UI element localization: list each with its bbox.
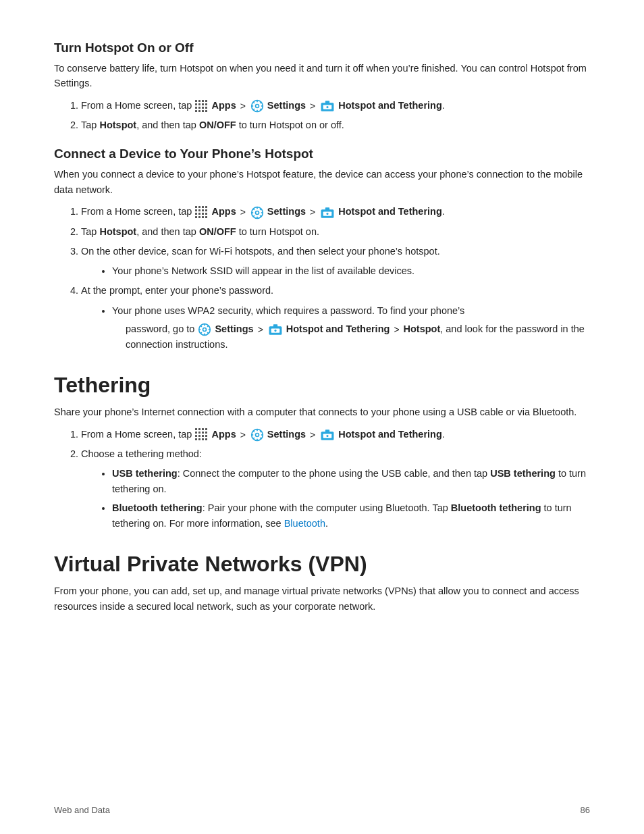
footer-right-text: 86 (581, 805, 590, 815)
connect-step1-settings: Settings (267, 206, 306, 217)
svg-rect-13 (325, 101, 329, 104)
svg-rect-28 (325, 207, 329, 211)
heading-tethering: Tethering (54, 373, 590, 398)
hotspot-icon-1 (320, 99, 335, 113)
footer-left-text: Web and Data (54, 805, 110, 815)
step2-hotspot-bold: Hotspot (99, 120, 136, 130)
svg-point-17 (256, 211, 258, 213)
connect-step3-bullet1: Your phone’s Network SSID will appear in… (112, 263, 590, 279)
tethering-bullet2: Bluetooth tethering: Pair your phone wit… (112, 500, 590, 531)
connect-step1-apps: Apps (211, 206, 236, 217)
connect-step4-bullet1-text: Your phone uses WPA2 security, which req… (112, 305, 464, 316)
connect-step4-bullets: Your phone uses WPA2 security, which req… (105, 303, 590, 353)
connect-step4-bullet1: Your phone uses WPA2 security, which req… (112, 303, 590, 319)
hotspot-icon-3 (268, 323, 283, 336)
connect-step3: On the other device, scan for Wi-Fi hots… (81, 244, 590, 259)
connect-intro: When you connect a device to your phone’… (54, 167, 590, 197)
tethering-bullets: USB tethering: Connect the computer to t… (105, 466, 590, 531)
step1-hotspot-label: Hotspot and Tethering (338, 100, 442, 111)
connect-step4-b2-hotspot: Hotspot and Tethering (286, 323, 390, 334)
apps-grid-icon (195, 100, 208, 113)
tethering-bullet2-bold1: Bluetooth tethering (112, 502, 203, 513)
tethering-bullet1: USB tethering: Connect the computer to t… (112, 466, 590, 497)
svg-point-59 (327, 435, 329, 437)
connect-step1-hotspot: Hotspot and Tethering (338, 206, 442, 217)
heading-connect: Connect a Device to Your Phone’s Hotspot (54, 147, 590, 161)
turn-hotspot-step1: From a Home screen, tap Apps > (81, 98, 590, 113)
heading-turn-hotspot: Turn Hotspot On or Off (54, 41, 590, 55)
turn-hotspot-steps: From a Home screen, tap Apps > (68, 98, 590, 134)
arrow-8: > (310, 429, 318, 440)
connect-step2-onoff: ON/OFF (199, 226, 236, 237)
svg-rect-43 (273, 324, 277, 328)
svg-point-14 (327, 106, 329, 108)
page-content: Turn Hotspot On or Off To conserve batte… (0, 0, 644, 661)
apps-grid-icon-2 (195, 206, 208, 219)
step2-onoff-bold: ON/OFF (199, 120, 236, 130)
tethering-bullet1-bold2: USB tethering (490, 468, 556, 479)
turn-hotspot-step2: Tap Hotspot, and then tap ON/OFF to turn… (81, 118, 590, 133)
arrow-3: > (240, 207, 248, 217)
settings-icon-1 (250, 99, 264, 113)
connect-step4-bullet2-line: password, go to Settings > (126, 321, 590, 353)
tethering-bullet2-bold2: Bluetooth tethering (451, 502, 541, 513)
arrow-6: > (394, 324, 402, 335)
svg-rect-58 (325, 429, 329, 433)
connect-step3-bullets: Your phone’s Network SSID will appear in… (105, 263, 590, 279)
tethering-step1-apps: Apps (211, 429, 236, 440)
step1-settings-label: Settings (267, 100, 306, 111)
tethering-bullet2-text: : Pair your phone with the computer usin… (203, 502, 448, 513)
svg-point-44 (274, 330, 276, 332)
tethering-step1-hotspot: Hotspot and Tethering (338, 429, 442, 440)
svg-point-2 (256, 105, 258, 107)
settings-icon-2 (250, 206, 264, 219)
step1-apps-label: Apps (211, 100, 236, 111)
turn-hotspot-intro: To conserve battery life, turn Hotspot o… (54, 61, 590, 91)
arrow-7: > (240, 429, 248, 440)
connect-step4-b2-hotspot2: Hotspot (403, 323, 440, 334)
tethering-step1-pre: From a Home screen, tap (81, 429, 192, 440)
hotspot-icon-4 (320, 428, 335, 442)
tethering-bullet2-suf: . (325, 518, 328, 529)
step1-text-pre: From a Home screen, tap (81, 100, 192, 111)
hotspot-icon-2 (320, 206, 335, 219)
connect-step2-hotspot: Hotspot (99, 226, 136, 237)
connect-step4-b2-settings: Settings (215, 323, 253, 334)
connect-step4-b2-pre: password, go to (126, 323, 194, 334)
arrow-icon-1: > (240, 101, 248, 111)
tethering-step1: From a Home screen, tap Apps > (81, 427, 590, 442)
tethering-steps: From a Home screen, tap Apps > (68, 427, 590, 531)
tethering-intro: Share your phone’s Internet connection w… (54, 405, 590, 419)
page-footer: Web and Data 86 (54, 805, 590, 815)
connect-step1-pre: From a Home screen, tap (81, 206, 192, 217)
heading-vpn: Virtual Private Networks (VPN) (54, 552, 590, 577)
connect-steps: From a Home screen, tap Apps > (68, 204, 590, 353)
tethering-bullet1-text: : Connect the computer to the phone usin… (178, 468, 487, 479)
tethering-bullet1-bold1: USB tethering (112, 468, 178, 479)
arrow-4: > (310, 207, 318, 217)
arrow-5: > (258, 324, 266, 335)
connect-step2: Tap Hotspot, and then tap ON/OFF to turn… (81, 224, 590, 240)
bluetooth-link[interactable]: Bluetooth (284, 518, 325, 529)
arrow-icon-2: > (310, 101, 318, 111)
settings-icon-3 (198, 323, 211, 336)
connect-step1: From a Home screen, tap Apps > (81, 204, 590, 219)
svg-point-47 (256, 434, 258, 436)
svg-point-32 (204, 328, 206, 330)
connect-step4: At the prompt, enter your phone’s passwo… (81, 283, 590, 298)
vpn-intro: From your phone, you can add, set up, an… (54, 583, 590, 614)
apps-grid-icon-3 (195, 428, 208, 441)
tethering-step2: Choose a tethering method: (81, 446, 590, 462)
settings-icon-4 (250, 428, 264, 442)
tethering-step1-settings: Settings (267, 429, 306, 440)
svg-point-29 (327, 213, 329, 215)
